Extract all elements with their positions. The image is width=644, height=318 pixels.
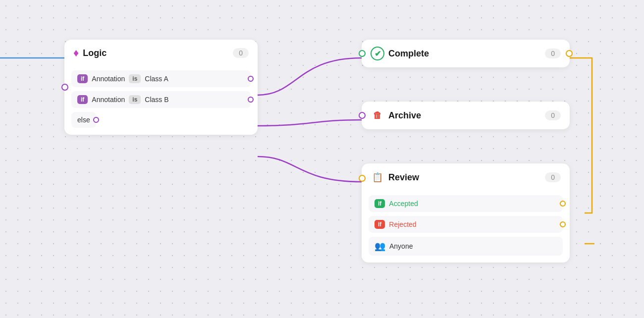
complete-output-dot	[566, 50, 573, 57]
field-2: Annotation	[92, 96, 125, 104]
archive-title: Archive	[388, 110, 421, 121]
review-anyone-row: 👥 Anyone	[369, 237, 563, 256]
accepted-output-dot	[560, 201, 566, 207]
archive-node: 🗑 Archive 0	[362, 102, 570, 129]
accepted-if-tag: if	[375, 199, 385, 208]
logic-title: Logic	[83, 48, 107, 58]
complete-badge: 0	[545, 49, 561, 58]
anyone-label: Anyone	[389, 242, 413, 250]
review-badge: 0	[545, 172, 561, 182]
archive-input-dot	[359, 112, 366, 119]
accepted-label: Accepted	[389, 200, 418, 208]
review-accepted-row: if Accepted	[369, 195, 563, 212]
anyone-icon: 👥	[375, 241, 385, 252]
logic-else-output-dot	[93, 117, 99, 123]
if-tag-2: if	[77, 95, 88, 104]
logic-icon: ♦	[73, 47, 79, 59]
value-1: Class A	[145, 75, 168, 83]
logic-node: ♦ Logic 0 if Annotation is Class A if An…	[64, 40, 258, 135]
else-label: else	[77, 116, 90, 124]
is-tag-1: is	[129, 74, 141, 83]
field-1: Annotation	[92, 75, 125, 83]
complete-title: Complete	[388, 49, 429, 59]
rejected-if-tag: if	[375, 220, 385, 229]
logic-input-dot	[61, 84, 68, 91]
review-input-dot	[359, 175, 366, 182]
logic-row2-output-dot	[248, 97, 254, 103]
is-tag-2: is	[129, 95, 141, 104]
review-rejected-row: if Rejected	[369, 216, 563, 233]
complete-node: ✔ Complete 0	[362, 40, 570, 67]
rejected-label: Rejected	[389, 220, 416, 228]
logic-row1-output-dot	[248, 76, 254, 82]
review-title: Review	[388, 172, 419, 183]
archive-icon: 🗑	[371, 108, 384, 122]
complete-icon: ✔	[371, 47, 384, 60]
logic-row-2: if Annotation is Class B	[71, 91, 251, 108]
rejected-output-dot	[560, 221, 566, 227]
if-tag-1: if	[77, 74, 88, 83]
review-icon: 📋	[371, 170, 384, 184]
logic-row-1: if Annotation is Class A	[71, 70, 251, 87]
logic-row-else: else	[71, 112, 96, 128]
logic-badge: 0	[233, 48, 249, 58]
value-2: Class B	[145, 96, 168, 104]
archive-badge: 0	[545, 110, 561, 120]
review-node: 📋 Review 0 if Accepted if Rejected 👥 Any…	[362, 163, 570, 263]
